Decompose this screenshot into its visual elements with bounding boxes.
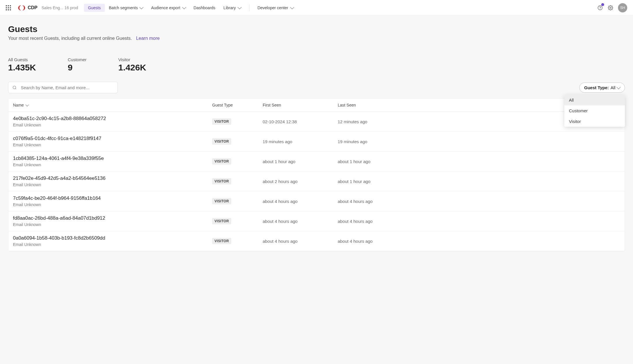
nav-guests[interactable]: Guests — [84, 4, 105, 12]
guest-id: 1cb84385-124a-4061-a4f4-9e38a339f55e — [13, 156, 212, 161]
guest-email: Email Unknown — [13, 163, 212, 167]
last-seen: about 4 hours ago — [338, 199, 620, 204]
guest-type-filter: Guest Type: All All Customer Visitor — [579, 83, 625, 93]
settings-icon[interactable] — [605, 3, 616, 13]
table-row[interactable]: 4e0ba51c-2c90-4c15-a2b8-88864a058272 Ema… — [8, 112, 625, 132]
guest-type-badge: VISITOR — [212, 238, 231, 244]
guest-type-badge: VISITOR — [212, 198, 231, 204]
table-row[interactable]: 217fe02e-45d9-42d5-a4a2-b54564ee5136 Ema… — [8, 171, 625, 191]
stat-visitor: Visitor 1.426K — [118, 57, 146, 72]
search-icon — [12, 85, 17, 90]
stat-value: 9 — [68, 63, 87, 72]
nav-library[interactable]: Library — [219, 4, 245, 12]
guest-email: Email Unknown — [13, 202, 212, 207]
nav-dashboards[interactable]: Dashboards — [190, 4, 220, 12]
chevron-down-icon — [290, 5, 294, 9]
first-seen: about 4 hours ago — [263, 239, 338, 244]
stats-row: All Guests 1.435K Customer 9 Visitor 1.4… — [8, 57, 625, 72]
stat-value: 1.435K — [8, 63, 36, 72]
apps-icon[interactable] — [6, 5, 11, 10]
table-row[interactable]: c076f9a5-01dc-4fcc-91ca-e148218f9147 Ema… — [8, 132, 625, 152]
dropdown-option-all[interactable]: All — [564, 95, 625, 105]
last-seen: about 4 hours ago — [338, 219, 620, 224]
page-title: Guests — [8, 24, 625, 34]
chevron-down-icon — [139, 5, 143, 9]
chevron-down-icon — [617, 85, 621, 89]
search-input[interactable] — [21, 85, 113, 90]
svg-line-4 — [15, 88, 16, 89]
guest-type-dropdown: All Customer Visitor — [564, 95, 625, 127]
first-seen: about 4 hours ago — [263, 219, 338, 224]
stat-customer: Customer 9 — [68, 57, 87, 72]
dropdown-option-visitor[interactable]: Visitor — [564, 116, 625, 127]
stat-value: 1.426K — [118, 63, 146, 72]
user-avatar[interactable]: SH — [618, 3, 627, 12]
guest-email: Email Unknown — [13, 222, 212, 227]
table-row[interactable]: 7c59fa4c-be20-464f-b964-9156ffa1b164 Ema… — [8, 191, 625, 211]
column-header-type[interactable]: Guest Type — [212, 103, 263, 107]
dropdown-option-customer[interactable]: Customer — [564, 105, 625, 116]
column-header-first-seen[interactable]: First Seen — [263, 103, 338, 107]
nav-library-label: Library — [223, 5, 236, 10]
nav-audience-export[interactable]: Audience export — [147, 4, 189, 12]
chevron-down-icon — [26, 103, 29, 106]
toolbar: Guest Type: All All Customer Visitor — [8, 82, 625, 93]
guests-table: Name Guest Type First Seen Last Seen 4e0… — [8, 98, 625, 251]
guest-id: 7c59fa4c-be20-464f-b964-9156ffa1b164 — [13, 195, 212, 201]
table-row[interactable]: 1cb84385-124a-4061-a4f4-9e38a339f55e Ema… — [8, 152, 625, 171]
chevron-down-icon — [182, 5, 186, 9]
nav-batch-label: Batch segments — [109, 5, 138, 10]
page-subtitle-row: Your most recent Guests, including all c… — [8, 36, 625, 41]
first-seen: 19 minutes ago — [263, 139, 338, 144]
guest-email: Email Unknown — [13, 182, 212, 187]
last-seen: 19 minutes ago — [338, 139, 620, 144]
last-seen: about 1 hour ago — [338, 159, 620, 164]
product-logo[interactable]: ❨❩ CDP — [17, 5, 38, 11]
stat-label: All Guests — [8, 57, 36, 62]
svg-point-3 — [13, 86, 16, 89]
table-row[interactable]: fd8aa0ac-26bd-488a-a6ad-84a07d1bd912 Ema… — [8, 211, 625, 231]
product-name: CDP — [28, 5, 38, 10]
stat-label: Visitor — [118, 57, 146, 62]
first-seen: about 2 hours ago — [263, 179, 338, 184]
column-header-name[interactable]: Name — [13, 103, 212, 107]
svg-point-2 — [610, 7, 611, 8]
table-row[interactable]: 0a0a6094-1b58-403b-b193-fc8d2b6509dd Ema… — [8, 231, 625, 251]
search-wrapper[interactable] — [8, 82, 118, 93]
guest-email: Email Unknown — [13, 143, 212, 147]
guest-type-badge: VISITOR — [212, 118, 231, 125]
last-seen: about 1 hour ago — [338, 179, 620, 184]
table-body: 4e0ba51c-2c90-4c15-a2b8-88864a058272 Ema… — [8, 112, 625, 251]
nav-developer-center[interactable]: Developer center — [253, 4, 298, 12]
nav-dashboards-label: Dashboards — [194, 5, 216, 10]
notification-dot — [601, 3, 604, 6]
nav-developer-label: Developer center — [257, 5, 288, 10]
page-subtitle: Your most recent Guests, including all c… — [8, 36, 132, 41]
nav-audience-label: Audience export — [151, 5, 180, 10]
last-seen: about 4 hours ago — [338, 239, 620, 244]
help-icon[interactable] — [595, 3, 605, 13]
learn-more-link[interactable]: Learn more — [136, 36, 160, 41]
first-seen: about 4 hours ago — [263, 199, 338, 204]
guest-type-button[interactable]: Guest Type: All — [579, 83, 625, 93]
nav-guests-label: Guests — [88, 5, 101, 10]
guest-type-badge: VISITOR — [212, 178, 231, 184]
filter-label: Guest Type: — [584, 85, 609, 90]
environment-label[interactable]: Sales Eng... 16 prod — [42, 5, 78, 10]
guest-email: Email Unknown — [13, 242, 212, 247]
guest-email: Email Unknown — [13, 123, 212, 127]
nav-batch-segments[interactable]: Batch segments — [105, 4, 147, 12]
first-seen: 02-10-2024 12:38 — [263, 119, 338, 124]
page-content: Guests Your most recent Guests, includin… — [0, 16, 633, 260]
guest-type-badge: VISITOR — [212, 158, 231, 165]
guest-id: fd8aa0ac-26bd-488a-a6ad-84a07d1bd912 — [13, 215, 212, 221]
topbar: ❨❩ CDP Sales Eng... 16 prod Guests Batch… — [0, 0, 633, 16]
column-name-label: Name — [13, 103, 24, 107]
stat-label: Customer — [68, 57, 87, 62]
stat-all-guests: All Guests 1.435K — [8, 57, 36, 72]
guest-id: 4e0ba51c-2c90-4c15-a2b8-88864a058272 — [13, 116, 212, 122]
logo-icon: ❨❩ — [17, 5, 26, 11]
guest-id: 0a0a6094-1b58-403b-b193-fc8d2b6509dd — [13, 235, 212, 241]
guest-id: 217fe02e-45d9-42d5-a4a2-b54564ee5136 — [13, 176, 212, 181]
filter-value: All — [610, 85, 615, 90]
